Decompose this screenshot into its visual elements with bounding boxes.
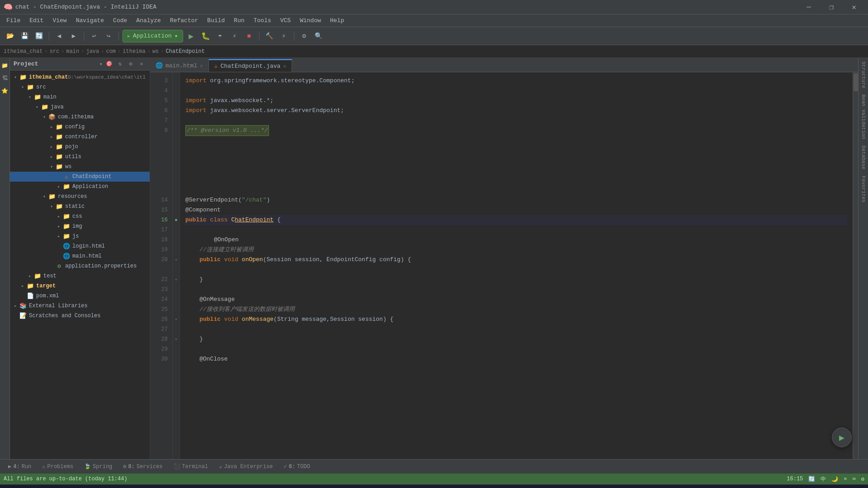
toolbar-undo[interactable]: ↩: [88, 30, 100, 42]
taskbar-app-pkg[interactable]: 📦: [108, 486, 124, 488]
tree-item-appprops[interactable]: ⚙ application.properties: [10, 261, 150, 271]
menu-code[interactable]: Code: [108, 15, 132, 26]
code-content[interactable]: import org.springframework.stereotype.Co…: [180, 72, 853, 459]
tree-item-js[interactable]: ▸ 📁 js: [10, 231, 150, 241]
tab-close-chatendpoint[interactable]: ✕: [283, 63, 286, 69]
tree-item-resources[interactable]: ▾ 📁 resources: [10, 192, 150, 202]
menu-vcs[interactable]: VCS: [276, 15, 295, 26]
tree-item-extlibs[interactable]: ▸ 📚 External Libraries: [10, 301, 150, 311]
project-tab-icon[interactable]: 📁: [1, 61, 9, 70]
menu-window[interactable]: Window: [295, 15, 326, 26]
scrollbar-thumb[interactable]: [854, 73, 858, 91]
project-settings-btn[interactable]: ⚙: [126, 60, 135, 69]
bottom-tab-todo[interactable]: ✓ 6: TODO: [279, 460, 314, 473]
toolbar-redo[interactable]: ↪: [102, 30, 115, 42]
tree-item-config[interactable]: ▸ 📁 config: [10, 122, 150, 132]
toolbar-stop[interactable]: ■: [243, 30, 255, 42]
tree-item-main[interactable]: ▾ 📁 main: [10, 92, 150, 102]
tree-item-target[interactable]: ▸ 📁 target: [10, 281, 150, 291]
toolbar-generate[interactable]: ⚡: [278, 30, 290, 42]
toolbar-build-project[interactable]: 🔨: [263, 30, 276, 42]
menu-view[interactable]: View: [48, 15, 71, 26]
gutter-28[interactable]: ▾: [173, 334, 179, 344]
project-hide-btn[interactable]: ✕: [137, 60, 146, 69]
sidebar-database[interactable]: Database: [860, 144, 867, 171]
toolbar-coverage[interactable]: ☂: [214, 30, 226, 42]
taskbar-app-label[interactable]: app »: [788, 486, 811, 488]
menu-build[interactable]: Build: [203, 15, 229, 26]
project-locate-btn[interactable]: 🎯: [104, 60, 113, 69]
tree-item-ws[interactable]: ▾ 📁 ws: [10, 162, 150, 172]
project-dropdown-icon[interactable]: ▾: [99, 61, 103, 68]
menu-help[interactable]: Help: [326, 15, 349, 26]
toolbar-save[interactable]: 💾: [18, 30, 31, 42]
favorites-icon[interactable]: ⭐: [1, 87, 9, 95]
taskbar-app-explorer[interactable]: 📁: [54, 486, 70, 488]
editor-scrollbar[interactable]: [853, 72, 858, 459]
sidebar-bean-validation[interactable]: Bean Validation: [860, 93, 867, 141]
sidebar-structure[interactable]: Structure: [860, 60, 867, 90]
tree-item-com[interactable]: ▾ 📦 com.itheima: [10, 112, 150, 122]
menu-tools[interactable]: Tools: [249, 15, 276, 26]
menu-analyze[interactable]: Analyze: [132, 15, 165, 26]
tree-item-loginhtml[interactable]: 🌐 login.html: [10, 241, 150, 251]
structure-icon[interactable]: 🏗: [1, 74, 9, 82]
tree-item-chatendpoint[interactable]: ☕ ChatEndpoint: [10, 172, 150, 182]
menu-edit[interactable]: Edit: [25, 15, 48, 26]
menu-file[interactable]: File: [2, 15, 25, 26]
bottom-tab-run[interactable]: ▶ 4: Run: [4, 460, 36, 473]
tree-item-test[interactable]: ▸ 📁 test: [10, 271, 150, 281]
taskbar-app-fox[interactable]: 🦊: [36, 486, 52, 488]
tree-item-src[interactable]: ▾ 📁 src: [10, 82, 150, 92]
breadcrumb-ws[interactable]: ws: [152, 48, 159, 55]
tree-item-controller[interactable]: ▸ 📁 controller: [10, 132, 150, 142]
menu-run[interactable]: Run: [229, 15, 249, 26]
tree-item-application[interactable]: ▸ 📁 Application: [10, 182, 150, 192]
minimize-button[interactable]: —: [798, 0, 819, 14]
toolbar-back[interactable]: ◀: [53, 30, 66, 42]
tree-toggle[interactable]: ▾: [12, 75, 19, 80]
tree-item-mainhtml[interactable]: 🌐 main.html: [10, 251, 150, 261]
gutter-22[interactable]: ▾: [173, 275, 179, 285]
toolbar-search[interactable]: 🔍: [312, 30, 325, 42]
tab-mainhtml[interactable]: 🌐 main.html ✕: [150, 59, 209, 72]
taskbar-app-paint[interactable]: 🎨: [90, 486, 106, 488]
tree-item-css[interactable]: ▸ 📁 css: [10, 211, 150, 221]
breadcrumb-project[interactable]: itheima_chat: [4, 48, 42, 55]
tab-close-mainhtml[interactable]: ✕: [200, 63, 203, 69]
start-button[interactable]: ⊞: [4, 486, 16, 488]
close-button[interactable]: ✕: [844, 0, 864, 14]
tree-item-scratches[interactable]: 📝 Scratches and Consoles: [10, 311, 150, 321]
taskbar-app-ie[interactable]: 🌐: [72, 486, 88, 488]
tree-item-pojo[interactable]: ▸ 📁 pojo: [10, 142, 150, 152]
gutter-20[interactable]: ▾: [173, 255, 179, 265]
bottom-tab-terminal[interactable]: ⬛ Terminal: [169, 460, 213, 473]
toolbar-forward[interactable]: ▶: [67, 30, 80, 42]
breadcrumb-itheima[interactable]: itheima: [123, 48, 145, 55]
run-config-selector[interactable]: ▶ Application ▾: [123, 30, 183, 42]
tree-item-java[interactable]: ▾ 📁 java: [10, 102, 150, 112]
taskbar-app-orange[interactable]: 🔶: [144, 486, 160, 488]
menu-navigate[interactable]: Navigate: [71, 15, 108, 26]
debug-button[interactable]: 🐛: [199, 30, 212, 42]
tree-item-img[interactable]: ▸ 📁 img: [10, 221, 150, 231]
code-editor[interactable]: 3 4 5 6 7 8 14 15 16 17 18 19 20 22 23 2…: [150, 72, 858, 459]
tree-item-static[interactable]: ▾ 📁 static: [10, 202, 150, 211]
bottom-tab-spring[interactable]: 🍃 Spring: [80, 460, 117, 473]
run-button[interactable]: ▶: [185, 30, 198, 42]
breadcrumb-java[interactable]: java: [86, 48, 99, 55]
bottom-tab-problems[interactable]: ⚠ Problems: [38, 460, 78, 473]
toolbar-sync[interactable]: 🔄: [33, 30, 45, 42]
breadcrumb-current[interactable]: ChatEndpoint: [166, 48, 205, 55]
tree-item-root[interactable]: ▾ 📁 itheima_chat D:\workspace_idea\chat\…: [10, 72, 150, 82]
menu-refactor[interactable]: Refactor: [165, 15, 203, 26]
search-button[interactable]: 🔍: [18, 486, 34, 488]
taskbar-app-lizard[interactable]: 🦎: [126, 486, 142, 488]
tab-chatendpoint[interactable]: ☕ ChatEndpoint.java ✕: [209, 59, 292, 72]
maximize-button[interactable]: ❐: [821, 0, 842, 14]
breadcrumb-main[interactable]: main: [66, 48, 79, 55]
bottom-tab-java-enterprise[interactable]: ☕ Java Enterprise: [214, 460, 277, 473]
project-expand-btn[interactable]: ⇅: [115, 60, 124, 69]
taskbar-systray[interactable]: CSDN @hang_blog: [812, 486, 864, 488]
float-run-button[interactable]: ▶: [832, 427, 852, 447]
